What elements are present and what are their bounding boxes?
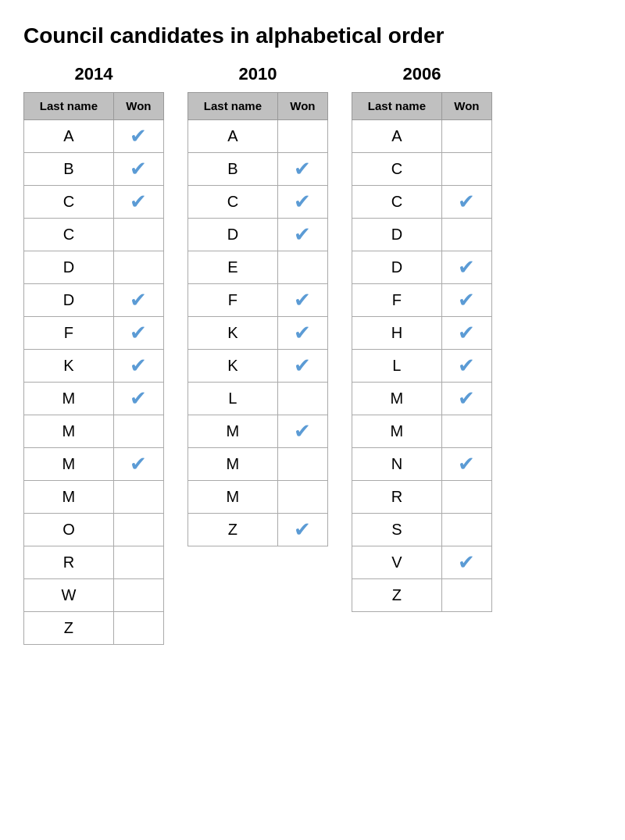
won-cell: ✔ <box>277 514 327 546</box>
won-cell <box>277 448 327 481</box>
table-row: M <box>188 481 328 514</box>
last-name-cell: M <box>24 383 114 415</box>
table-row: D✔ <box>352 251 492 284</box>
table-row: C✔ <box>352 186 492 219</box>
table-row: O <box>24 514 164 546</box>
last-name-cell: M <box>188 415 278 448</box>
table-row: N✔ <box>352 448 492 481</box>
last-name-cell: D <box>188 219 278 251</box>
last-name-cell: F <box>352 284 442 317</box>
last-name-cell: D <box>352 219 442 251</box>
table-row: B✔ <box>24 153 164 186</box>
checkmark-icon: ✔ <box>458 321 475 344</box>
col-header: Last name <box>188 93 278 120</box>
last-name-cell: M <box>24 415 114 448</box>
page-title: Council candidates in alphabetical order <box>16 23 609 48</box>
last-name-cell: L <box>188 383 278 415</box>
table-row: F✔ <box>188 284 328 317</box>
won-cell: ✔ <box>113 153 163 186</box>
table-row: M✔ <box>188 415 328 448</box>
won-cell: ✔ <box>441 350 491 383</box>
checkmark-icon: ✔ <box>130 157 147 180</box>
last-name-cell: D <box>352 251 442 284</box>
year-label-2006: 2006 <box>403 64 441 84</box>
won-cell: ✔ <box>441 186 491 219</box>
table-row: K✔ <box>188 317 328 350</box>
won-cell: ✔ <box>441 448 491 481</box>
last-name-cell: L <box>352 350 442 383</box>
table-row: D <box>352 219 492 251</box>
table-2014: Last nameWonA✔B✔C✔CDD✔F✔K✔M✔MM✔MORWZ <box>23 92 164 645</box>
last-name-cell: V <box>352 546 442 579</box>
won-cell <box>113 415 163 448</box>
won-cell <box>113 579 163 612</box>
won-cell <box>277 120 327 153</box>
won-cell: ✔ <box>113 317 163 350</box>
last-name-cell: A <box>24 120 114 153</box>
table-row: R <box>352 481 492 514</box>
table-row: A <box>188 120 328 153</box>
checkmark-icon: ✔ <box>294 222 311 246</box>
checkmark-icon: ✔ <box>458 255 475 279</box>
table-row: L <box>188 383 328 415</box>
last-name-cell: S <box>352 514 442 546</box>
last-name-cell: C <box>352 186 442 219</box>
table-row: W <box>24 579 164 612</box>
last-name-cell: K <box>188 350 278 383</box>
won-cell: ✔ <box>441 251 491 284</box>
checkmark-icon: ✔ <box>458 190 475 213</box>
checkmark-icon: ✔ <box>458 288 475 311</box>
last-name-cell: M <box>24 448 114 481</box>
checkmark-icon: ✔ <box>130 354 147 377</box>
won-cell <box>441 514 491 546</box>
checkmark-icon: ✔ <box>294 518 311 541</box>
last-name-cell: R <box>24 546 114 579</box>
table-row: Z <box>352 579 492 612</box>
table-row: M <box>24 415 164 448</box>
last-name-cell: B <box>188 153 278 186</box>
won-cell <box>113 546 163 579</box>
won-cell <box>441 481 491 514</box>
won-cell <box>441 219 491 251</box>
table-row: C✔ <box>188 186 328 219</box>
col-header: Last name <box>24 93 114 120</box>
checkmark-icon: ✔ <box>294 157 311 180</box>
won-cell <box>277 251 327 284</box>
last-name-cell: D <box>24 284 114 317</box>
won-cell: ✔ <box>441 317 491 350</box>
table-row: R <box>24 546 164 579</box>
table-row: H✔ <box>352 317 492 350</box>
year-label-2014: 2014 <box>75 64 113 84</box>
last-name-cell: F <box>188 284 278 317</box>
checkmark-icon: ✔ <box>294 190 311 213</box>
table-row: B✔ <box>188 153 328 186</box>
won-cell <box>441 415 491 448</box>
table-row: M✔ <box>352 383 492 415</box>
won-cell <box>441 153 491 186</box>
table-row: V✔ <box>352 546 492 579</box>
table-row: M✔ <box>24 448 164 481</box>
checkmark-icon: ✔ <box>294 354 311 377</box>
last-name-cell: R <box>352 481 442 514</box>
won-cell: ✔ <box>277 284 327 317</box>
won-cell <box>113 514 163 546</box>
tables-container: 2014Last nameWonA✔B✔C✔CDD✔F✔K✔M✔MM✔MORWZ… <box>16 64 609 645</box>
table-row: K✔ <box>188 350 328 383</box>
checkmark-icon: ✔ <box>458 550 475 574</box>
won-cell <box>441 579 491 612</box>
won-cell: ✔ <box>441 383 491 415</box>
checkmark-icon: ✔ <box>294 419 311 443</box>
won-cell: ✔ <box>113 350 163 383</box>
checkmark-icon: ✔ <box>458 452 475 475</box>
table-row: S <box>352 514 492 546</box>
year-label-2010: 2010 <box>239 64 277 84</box>
table-row: K✔ <box>24 350 164 383</box>
won-cell: ✔ <box>113 383 163 415</box>
won-cell <box>113 612 163 645</box>
last-name-cell: C <box>24 219 114 251</box>
table-row: M✔ <box>24 383 164 415</box>
table-row: D✔ <box>188 219 328 251</box>
won-cell <box>113 219 163 251</box>
last-name-cell: K <box>188 317 278 350</box>
table-row: D✔ <box>24 284 164 317</box>
